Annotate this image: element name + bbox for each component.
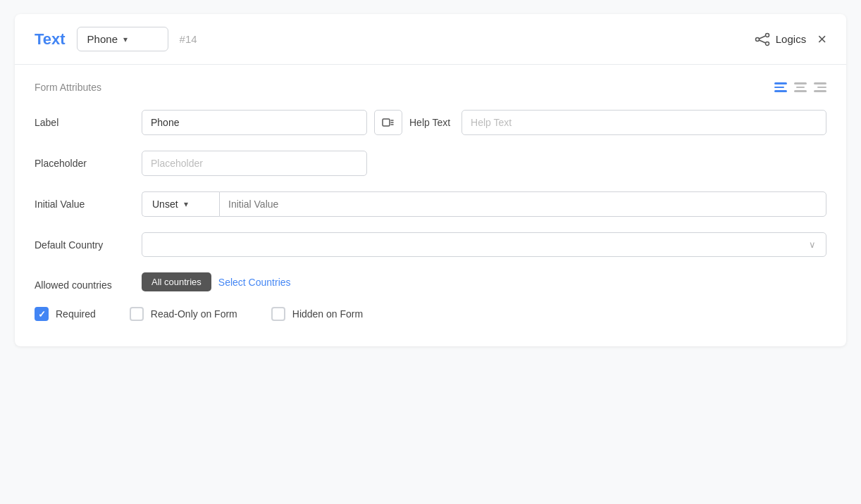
- panel-header: Text Phone ▾ #14 Logics ×: [15, 14, 846, 65]
- initial-value-controls: Unset ▾: [142, 191, 826, 217]
- allowed-countries-label: Allowed countries: [35, 272, 133, 291]
- help-text-section: Help Text: [409, 110, 826, 135]
- align-center-button[interactable]: [794, 82, 807, 92]
- field-id: #14: [180, 33, 197, 45]
- section-title: Form Attributes: [35, 82, 101, 93]
- section-header: Form Attributes: [35, 82, 826, 93]
- placeholder-row: Placeholder: [35, 151, 826, 176]
- default-country-label: Default Country: [35, 232, 133, 251]
- hidden-label: Hidden on Form: [292, 308, 363, 320]
- default-country-dropdown[interactable]: ∨: [142, 232, 826, 257]
- required-label: Required: [56, 308, 96, 320]
- align-right-button[interactable]: [814, 82, 826, 92]
- readonly-checkbox[interactable]: [130, 307, 144, 321]
- initial-value-label: Initial Value: [35, 191, 133, 210]
- help-text-input[interactable]: [462, 110, 826, 135]
- hidden-checkbox-item[interactable]: Hidden on Form: [271, 307, 363, 321]
- help-text-label: Help Text: [409, 117, 450, 128]
- svg-point-2: [765, 42, 769, 45]
- placeholder-controls: [142, 151, 826, 176]
- label-input[interactable]: [142, 110, 367, 135]
- label-field-label: Label: [35, 110, 133, 128]
- label-row: Label Help Text: [35, 110, 826, 135]
- svg-line-3: [759, 36, 765, 39]
- checkboxes-row: Required Read-Only on Form Hidden on For…: [35, 307, 826, 321]
- allowed-countries-controls: All countries Select Countries: [142, 272, 291, 291]
- readonly-checkbox-item[interactable]: Read-Only on Form: [130, 307, 237, 321]
- panel-body: Form Attributes: [15, 65, 846, 346]
- logics-button[interactable]: Logics: [755, 32, 806, 47]
- initial-value-dropdown-value: Unset: [152, 199, 178, 210]
- type-dropdown[interactable]: Phone ▾: [77, 27, 168, 51]
- initial-value-input[interactable]: [219, 191, 826, 217]
- required-checkbox-item[interactable]: Required: [35, 307, 96, 321]
- placeholder-input[interactable]: [142, 151, 367, 176]
- select-countries-link[interactable]: Select Countries: [218, 277, 291, 288]
- label-sync-icon: [382, 117, 395, 128]
- initial-value-row: Initial Value Unset ▾: [35, 191, 826, 217]
- chevron-down-icon: ▾: [123, 34, 128, 44]
- logics-icon: [755, 32, 770, 47]
- svg-point-0: [755, 37, 759, 41]
- alignment-controls: [774, 82, 826, 92]
- readonly-label: Read-Only on Form: [151, 308, 237, 320]
- header-actions: Logics ×: [755, 32, 826, 47]
- settings-panel: Text Phone ▾ #14 Logics × Form Attrib: [15, 14, 846, 346]
- close-button[interactable]: ×: [817, 32, 826, 47]
- svg-rect-5: [383, 119, 390, 126]
- label-controls: Help Text: [142, 110, 826, 135]
- logics-label: Logics: [776, 33, 806, 45]
- initial-value-dropdown[interactable]: Unset ▾: [142, 191, 219, 217]
- align-left-button[interactable]: [774, 82, 787, 92]
- hidden-checkbox[interactable]: [271, 307, 285, 321]
- required-checkbox[interactable]: [35, 307, 49, 321]
- label-icon-button[interactable]: [374, 110, 402, 135]
- default-country-row: Default Country ∨: [35, 232, 826, 257]
- chevron-down-icon: ∨: [809, 239, 816, 250]
- text-type-link[interactable]: Text: [35, 30, 66, 49]
- svg-point-1: [765, 33, 769, 37]
- svg-line-4: [759, 40, 765, 43]
- allowed-countries-row: Allowed countries All countries Select C…: [35, 272, 826, 291]
- type-dropdown-value: Phone: [87, 33, 118, 45]
- chevron-down-icon: ▾: [184, 199, 188, 209]
- all-countries-badge[interactable]: All countries: [142, 272, 211, 291]
- placeholder-field-label: Placeholder: [35, 151, 133, 169]
